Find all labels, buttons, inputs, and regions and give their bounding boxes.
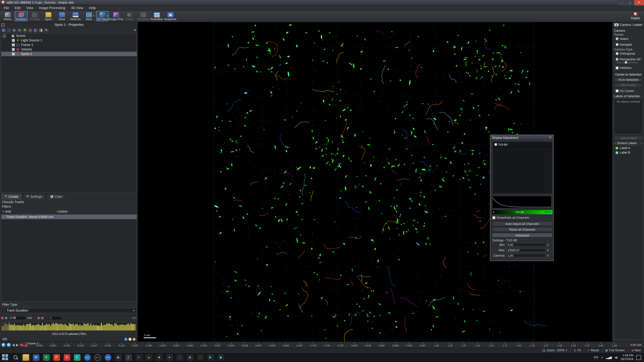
spinner-icon[interactable] [547, 254, 549, 257]
camera-action-button[interactable]: Set Center [614, 83, 643, 87]
menu-item[interactable]: File [1, 5, 12, 10]
maximize-button[interactable] [626, 0, 634, 5]
label-list-item[interactable]: Label A [614, 146, 643, 150]
fullscreen-button[interactable]: ▣ Full Screen [605, 349, 625, 352]
search-button[interactable] [10, 353, 20, 362]
action-center-icon[interactable] [636, 355, 641, 360]
volume-icon[interactable]: ◀) [615, 356, 618, 359]
fit-button[interactable]: ◎ Fit [574, 349, 581, 352]
gray-app-icon[interactable]: ● [164, 353, 174, 362]
add-filter-button[interactable]: + Add [2, 210, 11, 213]
filter-list-item[interactable]: × "Track Duration" above 0.0500 min [1, 215, 137, 219]
spinner-icon[interactable] [547, 243, 549, 247]
default-labels-header[interactable]: + Default Labels ⌄ [614, 141, 643, 145]
spinner-icon[interactable] [547, 248, 549, 252]
plus-icon[interactable]: + [614, 141, 616, 145]
scene-tree-item[interactable]: Spots 1 [1, 52, 137, 56]
imaris-spots-icon[interactable]: ∴ [195, 353, 205, 362]
ring-app-icon[interactable]: ○ [174, 353, 185, 362]
slider-knob[interactable] [625, 61, 627, 64]
capture-image-button[interactable] [7, 343, 11, 347]
imaris-arena-icon[interactable]: ▲ [144, 353, 154, 362]
snagit-icon[interactable]: S [62, 353, 72, 362]
toolbar-button[interactable]: Save [56, 11, 68, 21]
object-toolbar-icon[interactable]: ∴ [6, 28, 11, 32]
time-playhead[interactable] [25, 342, 26, 347]
upper-threshold-input[interactable] [45, 316, 62, 320]
object-toolbar-icon[interactable]: ● [17, 28, 22, 32]
fix-center-checkbox[interactable] [616, 89, 618, 92]
word-icon[interactable]: W [31, 353, 41, 362]
camera-type-radio[interactable]: Orthogonal [616, 52, 641, 55]
object-toolbar-icon[interactable]: ▦ [1, 28, 6, 32]
toolbar-button[interactable]: Save As [69, 11, 82, 21]
camera-action-button[interactable]: Fit to Selection [614, 78, 643, 82]
play-button[interactable]: ▶ [16, 344, 18, 346]
toolbar-button[interactable]: Snapshot [164, 11, 176, 21]
powerpoint-icon[interactable]: P [51, 353, 62, 362]
properties-tab[interactable]: Settings [22, 193, 46, 199]
toolbar-button[interactable]: Vantage [28, 11, 41, 21]
record-button[interactable] [20, 344, 23, 346]
filter-type-dropdown[interactable]: × Track Duration ▾ [1, 308, 137, 313]
dialog-close-icon[interactable]: ✕ [549, 136, 552, 139]
object-toolbar-icon[interactable]: ✎ [44, 28, 48, 32]
channel-strip[interactable]: TV2-D [493, 142, 551, 147]
camera-action-button[interactable]: Center to Selection [614, 72, 643, 77]
field-value-input[interactable]: 1.00 [506, 254, 546, 257]
pointer-radio[interactable]: Select [616, 37, 632, 40]
network-icon[interactable]: ▂▄▆ [606, 356, 612, 359]
menu-item[interactable]: Edit [12, 5, 23, 10]
object-toolbar-icon[interactable]: ▤ [28, 28, 32, 32]
file-explorer-icon[interactable] [20, 353, 31, 362]
title-bar[interactable]: w08 c02 488SIM 1-0 per_Out.ims - Imaris … [0, 0, 644, 5]
red-app-icon[interactable]: ● [134, 353, 144, 362]
pointer-radio[interactable]: Navigate [616, 43, 632, 46]
channel-checkbox[interactable] [494, 143, 497, 146]
camera-type-radio[interactable]: Perspective 45° [616, 57, 641, 61]
visibility-checkbox[interactable] [12, 52, 15, 55]
start-button[interactable] [0, 353, 10, 362]
add-label-button[interactable]: Add a label [614, 136, 643, 140]
toolbar-button[interactable]: 3D View [96, 11, 109, 21]
minimize-button[interactable] [618, 0, 626, 5]
language-indicator[interactable]: EN [594, 356, 598, 359]
fix-center-checkbox-row[interactable]: Fix Center [616, 89, 634, 93]
inmotion-checkbox[interactable] [616, 66, 618, 69]
hidden-icons-chevron[interactable]: ∧ [601, 356, 603, 359]
channel-histogram[interactable] [492, 196, 552, 209]
lower-bound-red-icon[interactable] [1, 317, 4, 319]
visibility-checkbox[interactable] [12, 43, 15, 46]
close-button[interactable] [634, 0, 644, 5]
field-value-input[interactable]: 22592.97 [506, 248, 546, 252]
zen-blue-icon[interactable]: ZEN [82, 353, 92, 362]
object-toolbar-icon[interactable]: ◆ [12, 28, 16, 32]
lower-threshold-input[interactable] [8, 316, 26, 320]
scene-tree-item[interactable]: Volume [1, 47, 137, 52]
advanced-button[interactable]: Advanced [492, 233, 552, 238]
navi-button[interactable]: ◀ Navi [631, 349, 641, 352]
toolbar-button[interactable]: Surpass [15, 11, 28, 21]
menu-item[interactable]: 3D View [68, 5, 86, 10]
previous-frame-button[interactable]: ◀ [12, 344, 14, 346]
dock-icon[interactable] [1, 23, 4, 27]
reset-button[interactable]: ↺ Reset [587, 349, 599, 352]
scene-tree-item[interactable]: Frame 1 [1, 43, 137, 47]
record-movie-button[interactable] [2, 343, 5, 347]
show-hide-checkbox[interactable] [492, 216, 495, 219]
lower-bound-blue-icon[interactable] [5, 317, 8, 319]
tree-expander-icon[interactable] [3, 34, 6, 37]
scene-tree-item[interactable]: Light Source 1 [1, 38, 137, 43]
upper-bound-blue-icon[interactable] [41, 317, 44, 319]
panel-menu-icon[interactable]: ≡ [134, 28, 136, 32]
auto-adjust-button[interactable]: Auto Adjust all Channels [492, 221, 552, 226]
toolbar-button[interactable]: Open [42, 11, 55, 21]
channel-range-bar[interactable]: 0 TV2-SR 65535 [492, 210, 552, 214]
cube-app-icon[interactable]: ◆ [216, 353, 226, 362]
properties-tab[interactable]: Color [46, 193, 66, 199]
zoom-control[interactable]: Zoom: 100% [542, 349, 567, 352]
dialog-title-bar[interactable]: Display Adjustment ✕ [490, 135, 553, 140]
pager-dot-orange[interactable] [133, 338, 136, 340]
menu-item[interactable]: Image Processing [36, 5, 68, 10]
object-toolbar-icon[interactable]: ◧ [33, 28, 38, 32]
